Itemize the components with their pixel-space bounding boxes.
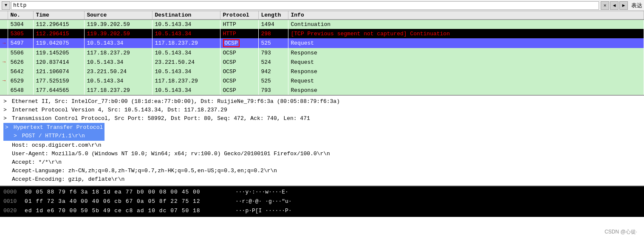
row-time: 119.145205	[33, 48, 84, 57]
expand-arrow-post[interactable]: >	[14, 133, 17, 139]
row-no: 6529	[8, 76, 33, 85]
row-proto: HTTP	[220, 20, 258, 29]
hex-offset-2: 0020	[3, 207, 25, 215]
th-arrow	[0, 11, 8, 20]
filter-bar: ▼ ✕ ◀ ▶ 表达	[0, 0, 644, 11]
detail-line-accept-enc[interactable]: Accept-Encoding: gzip, deflate\r\n	[3, 175, 641, 184]
row-proto: OCSP	[220, 85, 258, 95]
row-info: Request	[288, 57, 644, 67]
hex-ascii-0: ···y·:···w····E·	[229, 188, 288, 196]
row-time: 177.644565	[33, 85, 84, 95]
table-header-row: No. Time Source Destination Protocol Len…	[0, 11, 644, 20]
hex-pane: 0000 80 05 88 79 f6 3a 18 1d ea 77 b0 00…	[0, 185, 644, 217]
table-row[interactable]: →5626120.83741410.5.143.3423.221.50.24OC…	[0, 57, 644, 67]
table-row[interactable]: →5497119.04207510.5.143.34117.18.237.29O…	[0, 38, 644, 48]
hex-offset-0: 0000	[3, 188, 25, 196]
row-time: 177.525159	[33, 76, 84, 85]
table-row[interactable]: →6529177.52515910.5.143.34117.18.237.29O…	[0, 76, 644, 85]
row-proto: OCSP	[220, 57, 258, 67]
hex-offset-1: 0010	[3, 197, 25, 206]
row-src: 117.18.237.29	[84, 85, 152, 95]
row-dst: 10.5.143.34	[152, 85, 220, 95]
expand-arrow-ip[interactable]: >	[3, 107, 7, 113]
detail-line-useragent[interactable]: User-Agent: Mozilla/5.0 (Windows NT 10.0…	[3, 150, 641, 158]
detail-line-accept-lang[interactable]: Accept-Language: zh-CN,zh;q=0.8,zh-TW;q=…	[3, 167, 641, 175]
row-arrow: →	[0, 76, 8, 85]
row-len: 793	[258, 48, 288, 57]
detail-text-ethernet: Ethernet II, Src: IntelCor_77:b0:00 (18:…	[12, 98, 340, 105]
row-time: 112.296415	[33, 29, 84, 38]
row-src: 10.5.143.34	[84, 57, 152, 67]
row-src: 117.18.237.29	[84, 48, 152, 57]
table-row[interactable]: 5642121.10607423.221.50.2410.5.143.34OCS…	[0, 67, 644, 76]
detail-line-http[interactable]: > Hypertext Transfer Protocol	[5, 123, 103, 132]
expression-label: 表达	[631, 2, 642, 9]
filter-next-btn[interactable]: ▶	[619, 1, 628, 10]
expand-arrow-http[interactable]: >	[5, 124, 8, 131]
detail-text-accept-lang: Accept-Language: zh-CN,zh;q=0.8,zh-TW;q=…	[12, 168, 277, 174]
row-dst: 10.5.143.34	[152, 67, 220, 76]
row-len: 942	[258, 67, 288, 76]
table-row[interactable]: 5305112.296415119.39.202.5910.5.143.34HT…	[0, 29, 644, 38]
row-no: 6548	[8, 85, 33, 95]
hex-row-0010: 0010 01 ff 72 3a 40 00 40 06 cb 67 0a 05…	[3, 197, 641, 206]
detail-text-accept: Accept: */*\r\n	[12, 159, 62, 165]
expand-arrow-ethernet[interactable]: >	[3, 98, 7, 105]
detail-line-ip[interactable]: > Internet Protocol Version 4, Src: 10.5…	[3, 106, 641, 114]
row-src: 23.221.50.24	[84, 67, 152, 76]
row-arrow	[0, 29, 8, 38]
detail-text-useragent: User-Agent: Mozilla/5.0 (Windows NT 10.0…	[12, 151, 330, 157]
row-len: 1494	[258, 20, 288, 29]
detail-line-post[interactable]: > POST / HTTP/1.1\r\n	[5, 132, 103, 140]
detail-pane: > Ethernet II, Src: IntelCor_77:b0:00 (1…	[0, 95, 644, 185]
row-dst: 10.5.143.34	[152, 20, 220, 29]
row-arrow	[0, 20, 8, 29]
row-dst: 10.5.143.34	[152, 48, 220, 57]
row-dst: 10.5.143.34	[152, 29, 220, 38]
th-source: Source	[84, 11, 152, 20]
row-len: 524	[258, 57, 288, 67]
hex-row-0000: 0000 80 05 88 79 f6 3a 18 1d ea 77 b0 00…	[3, 188, 641, 196]
row-proto: OCSP	[220, 48, 258, 57]
row-arrow	[0, 67, 8, 76]
watermark: CSDN @心徒·	[604, 228, 637, 236]
row-arrow	[0, 48, 8, 57]
detail-line-ethernet[interactable]: > Ethernet II, Src: IntelCor_77:b0:00 (1…	[3, 97, 641, 106]
row-arrow: →	[0, 38, 8, 48]
detail-line-accept[interactable]: Accept: */*\r\n	[3, 158, 641, 167]
row-time: 112.296415	[33, 20, 84, 29]
packet-rows: 5304112.296415119.39.202.5910.5.143.34HT…	[0, 20, 644, 95]
th-length: Length	[258, 11, 288, 20]
detail-text-accept-enc: Accept-Encoding: gzip, deflate\r\n	[12, 176, 124, 182]
row-proto: OCSP	[220, 38, 258, 48]
th-protocol: Protocol	[220, 11, 258, 20]
row-time: 119.042075	[33, 38, 84, 48]
filter-prev-btn[interactable]: ◀	[610, 1, 619, 10]
row-len: 298	[258, 29, 288, 38]
filter-input[interactable]	[11, 1, 599, 10]
detail-text-post: POST / HTTP/1.1\r\n	[22, 133, 85, 139]
row-no: 5626	[8, 57, 33, 67]
row-time: 120.837414	[33, 57, 84, 67]
filter-dropdown-icon[interactable]: ▼	[2, 1, 10, 10]
th-no: No.	[8, 11, 33, 20]
row-info: Response	[288, 48, 644, 57]
packet-table: No. Time Source Destination Protocol Len…	[0, 11, 644, 95]
row-len: 525	[258, 76, 288, 85]
detail-line-http-wrapper: > Hypertext Transfer Protocol > POST / H…	[3, 123, 105, 141]
row-time: 121.106074	[33, 67, 84, 76]
row-no: 5304	[8, 20, 33, 29]
table-row[interactable]: 5506119.145205117.18.237.2910.5.143.34OC…	[0, 48, 644, 57]
row-dst: 117.18.237.29	[152, 76, 220, 85]
filter-close-btn[interactable]: ✕	[601, 1, 609, 10]
row-src: 119.39.202.59	[84, 20, 152, 29]
table-row[interactable]: 6548177.644565117.18.237.2910.5.143.34OC…	[0, 85, 644, 95]
row-proto: OCSP	[220, 67, 258, 76]
detail-line-host[interactable]: Host: ocsp.digicert.com\r\n	[3, 141, 641, 150]
table-row[interactable]: 5304112.296415119.39.202.5910.5.143.34HT…	[0, 20, 644, 29]
hex-ascii-1: ··r:@·@· ·g···"u·	[229, 197, 292, 206]
detail-line-tcp[interactable]: > Transmission Control Protocol, Src Por…	[3, 114, 641, 123]
row-src: 10.5.143.34	[84, 76, 152, 85]
expand-arrow-tcp[interactable]: >	[3, 115, 7, 122]
row-arrow: →	[0, 57, 8, 67]
